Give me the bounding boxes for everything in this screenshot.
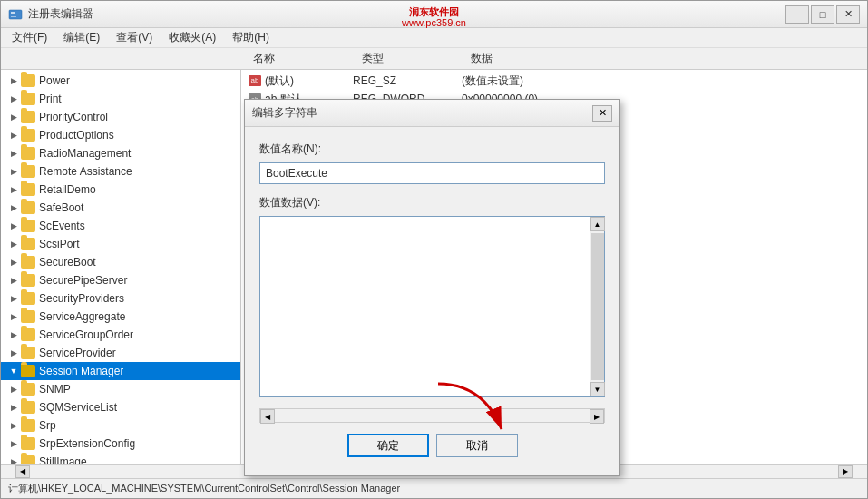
folder-icon-srp	[21, 419, 35, 432]
tree-item-sqmservicelist[interactable]: ▶ SQMServiceList	[1, 398, 240, 416]
tree-label-srpextensionconfig: SrpExtensionConfig	[39, 437, 135, 450]
tree-item-prioritycontrol[interactable]: ▶ PriorityControl	[1, 108, 240, 126]
menu-help[interactable]: 帮助(H)	[225, 28, 277, 47]
value-name-input[interactable]	[259, 162, 605, 184]
tree-item-remoteassistance[interactable]: ▶ Remote Assistance	[1, 162, 240, 181]
folder-icon-serviceprovider	[21, 347, 35, 359]
tree-item-scevents[interactable]: ▶ ScEvents	[1, 217, 240, 235]
tree-item-sessionmanager[interactable]: ▼ Session Manager	[1, 362, 240, 380]
status-bar: 计算机\HKEY_LOCAL_MACHINE\SYSTEM\CurrentCon…	[1, 478, 867, 498]
folder-icon-productoptions	[21, 129, 35, 142]
tree-label-scevents: ScEvents	[39, 220, 85, 232]
maximize-button[interactable]: □	[811, 5, 834, 24]
tree-label-serviceprovider: ServiceProvider	[39, 347, 116, 359]
expand-icon: ▶	[8, 112, 19, 122]
folder-icon-securityproviders	[21, 292, 35, 305]
tree-item-srp[interactable]: ▶ Srp	[1, 416, 240, 435]
title-bar-left: 注册表编辑器	[8, 6, 93, 22]
dialog-buttons: 确定 取消	[259, 434, 605, 461]
menu-file[interactable]: 文件(F)	[5, 28, 54, 47]
tree-label-sqmservicelist: SQMServiceList	[39, 401, 117, 414]
tree-item-radiomanagement[interactable]: ▶ RadioManagement	[1, 144, 240, 162]
expand-icon: ▶	[8, 275, 19, 286]
tree-label-serviceaggregate: ServiceAggregate	[39, 310, 125, 323]
tree-item-snmp[interactable]: ▶ SNMP	[1, 380, 240, 398]
value-data-label: 数值数据(V):	[259, 195, 605, 210]
expand-icon: ▶	[8, 130, 19, 141]
h-scroll-bar-dialog[interactable]: ◀ ▶	[259, 408, 605, 423]
col-header-name: 名称	[246, 51, 355, 66]
tree-label-sessionmanager: Session Manager	[39, 365, 123, 377]
tree-label-snmp: SNMP	[39, 383, 71, 396]
expand-icon-selected: ▼	[8, 366, 19, 377]
tree-item-servicegrouporder[interactable]: ▶ ServiceGroupOrder	[1, 326, 240, 344]
h-scroll-right-btn[interactable]: ▶	[838, 465, 853, 478]
folder-icon-servicegrouporder	[21, 328, 35, 341]
scroll-thumb[interactable]	[591, 233, 604, 380]
col-header-type: 类型	[355, 51, 463, 66]
folder-icon-serviceaggregate	[21, 310, 35, 323]
data-row-default[interactable]: ab (默认) REG_SZ (数值未设置)	[241, 72, 867, 90]
minimize-button[interactable]: ─	[785, 5, 809, 24]
tree-item-power[interactable]: ▶ Power	[1, 72, 240, 90]
tree-item-print[interactable]: ▶ Print	[1, 90, 240, 108]
folder-icon-scevents	[21, 220, 35, 232]
menu-edit[interactable]: 编辑(E)	[56, 28, 107, 47]
h-scroll-track-dialog[interactable]	[275, 409, 590, 422]
menu-favorites[interactable]: 收藏夹(A)	[161, 28, 223, 47]
ok-button[interactable]: 确定	[347, 434, 429, 457]
tree-item-securityproviders[interactable]: ▶ SecurityProviders	[1, 289, 240, 308]
tree-item-safeboot[interactable]: ▶ SafeBoot	[1, 199, 240, 217]
menu-bar: 文件(F) 编辑(E) 查看(V) 收藏夹(A) 帮助(H)	[1, 28, 867, 48]
expand-icon: ▶	[8, 184, 19, 195]
tree-label-securepipeserver: SecurePipeServer	[39, 274, 127, 287]
h-scroll-left-btn[interactable]: ◀	[15, 465, 30, 478]
tree-label-radiomanagement: RadioManagement	[39, 147, 131, 160]
tree-item-retaildemo[interactable]: ▶ RetailDemo	[1, 181, 240, 199]
close-button[interactable]: ✕	[836, 5, 860, 24]
expand-icon: ▶	[8, 75, 19, 86]
folder-icon-print	[21, 93, 35, 105]
folder-icon-sqmservicelist	[21, 401, 35, 414]
cell-name-default: (默认)	[265, 73, 294, 89]
scroll-down-btn[interactable]: ▼	[590, 382, 605, 396]
expand-icon: ▶	[8, 311, 19, 322]
expand-icon: ▶	[8, 202, 19, 213]
tree-item-productoptions[interactable]: ▶ ProductOptions	[1, 126, 240, 144]
tree-panel[interactable]: ▶ Power ▶ Print ▶ PriorityControl ▶	[1, 70, 241, 464]
scroll-up-btn[interactable]: ▲	[590, 217, 605, 231]
tree-label-prioritycontrol: PriorityControl	[39, 111, 108, 123]
tree-item-stillimage[interactable]: ▶ StillImage	[1, 453, 240, 464]
cell-type-default: REG_SZ	[349, 74, 458, 87]
expand-icon: ▶	[8, 329, 19, 340]
dialog-close-button[interactable]: ✕	[592, 105, 612, 122]
cancel-button[interactable]: 取消	[436, 434, 518, 457]
expand-icon: ▶	[8, 402, 19, 413]
h-scroll-left-dialog[interactable]: ◀	[260, 409, 275, 424]
folder-icon-retaildemo	[21, 183, 35, 196]
tree-item-scsiport[interactable]: ▶ ScsiPort	[1, 235, 240, 253]
table-header: 名称 类型 数据	[1, 48, 867, 70]
tree-item-srpextensionconfig[interactable]: ▶ SrpExtensionConfig	[1, 435, 240, 453]
folder-icon-secureboot	[21, 256, 35, 269]
expand-icon: ▶	[8, 438, 19, 449]
textarea-scrollbar[interactable]: ▲ ▼	[590, 217, 604, 396]
tree-label-safeboot: SafeBoot	[39, 201, 83, 214]
tree-label-power: Power	[39, 74, 70, 87]
h-scroll-right-dialog[interactable]: ▶	[590, 409, 604, 424]
tree-item-secureboot[interactable]: ▶ SecureBoot	[1, 253, 240, 271]
expand-icon: ▶	[8, 257, 19, 268]
tree-label-servicegrouporder: ServiceGroupOrder	[39, 328, 133, 341]
value-data-textarea[interactable]	[260, 217, 590, 396]
status-path: 计算机\HKEY_LOCAL_MACHINE\SYSTEM\CurrentCon…	[8, 482, 400, 495]
edit-multistring-dialog: 编辑多字符串 ✕ 数值名称(N): 数值数据(V): ▲ ▼	[244, 99, 620, 476]
dialog-title: 编辑多字符串	[252, 105, 317, 121]
title-bar: 注册表编辑器 ─ □ ✕	[1, 1, 867, 28]
tree-label-scsiport: ScsiPort	[39, 238, 80, 250]
expand-icon: ▶	[8, 420, 19, 431]
tree-item-securepipeserver[interactable]: ▶ SecurePipeServer	[1, 271, 240, 289]
tree-label-stillimage: StillImage	[39, 455, 87, 464]
menu-view[interactable]: 查看(V)	[109, 28, 160, 47]
tree-item-serviceprovider[interactable]: ▶ ServiceProvider	[1, 344, 240, 362]
tree-item-serviceaggregate[interactable]: ▶ ServiceAggregate	[1, 308, 240, 326]
